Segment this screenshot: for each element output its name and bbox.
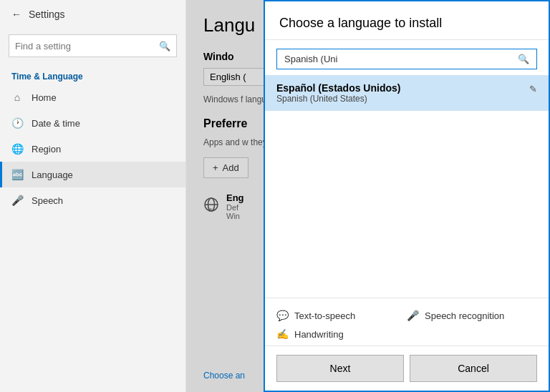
feature-handwriting: ✍ Handwriting (276, 328, 407, 340)
next-button[interactable]: Next (276, 355, 404, 382)
search-result-item[interactable]: ✎ Español (Estados Unidos) Spanish (Unit… (265, 75, 549, 111)
feature-speech-recognition: 🎤 Speech recognition (407, 310, 537, 321)
sidebar-title: Settings (29, 9, 65, 20)
dialog-search-box[interactable]: 🔍 (276, 49, 537, 69)
search-input[interactable] (15, 41, 159, 52)
sidebar-item-date-time-label: Date & time (32, 118, 80, 129)
features-grid: 💬 Text-to-speech 🎤 Speech recognition ✍ … (276, 310, 537, 340)
language-dialog: Choose a language to install 🔍 ✎ Español… (264, 0, 550, 392)
sidebar-item-language[interactable]: 🔤 Language (0, 162, 185, 187)
search-icon: 🔍 (159, 41, 170, 52)
sidebar-item-region[interactable]: 🌐 Region (0, 136, 185, 162)
language-icon: 🔤 (11, 169, 23, 180)
feature-handwriting-label: Handwriting (294, 329, 344, 340)
sidebar-item-home-label: Home (32, 92, 57, 103)
feature-tts-label: Text-to-speech (294, 310, 355, 321)
sidebar-item-date-time[interactable]: 🕐 Date & time (0, 110, 185, 136)
features-section: 💬 Text-to-speech 🎤 Speech recognition ✍ … (265, 298, 549, 346)
dialog-search-row: 🔍 (265, 40, 549, 75)
dialog-search-input[interactable] (284, 54, 518, 64)
microphone-icon: 🎤 (407, 310, 419, 321)
sidebar-item-language-label: Language (32, 170, 73, 180)
dialog-search-icon: 🔍 (518, 54, 529, 64)
clock-icon: 🕐 (11, 117, 23, 129)
dialog-title: Choose a language to install (279, 16, 442, 30)
sidebar-item-region-label: Region (32, 144, 61, 155)
edit-icon: ✎ (529, 84, 537, 94)
cancel-button[interactable]: Cancel (410, 355, 537, 382)
home-icon: ⌂ (11, 92, 23, 103)
speech-icon: 🎤 (11, 195, 23, 206)
search-box[interactable]: 🔍 (9, 34, 177, 57)
nav-section-label: Time & Language (0, 63, 185, 84)
sidebar: ← Settings 🔍 Time & Language ⌂ Home 🕐 Da… (0, 0, 186, 392)
dialog-footer: Next Cancel (265, 346, 549, 391)
sidebar-header: ← Settings (0, 0, 185, 29)
feature-speech-recognition-label: Speech recognition (425, 310, 504, 321)
region-icon: 🌐 (11, 143, 23, 155)
back-button[interactable]: ← (11, 9, 21, 20)
result-language-name: Español (Estados Unidos) (276, 82, 537, 94)
result-language-subname: Spanish (United States) (276, 94, 537, 104)
feature-tts: 💬 Text-to-speech (276, 310, 407, 321)
main-content: Langu Windo Windows f language. Preferre… (186, 0, 550, 392)
handwriting-icon: ✍ (276, 328, 289, 340)
tts-icon: 💬 (276, 310, 289, 321)
sidebar-item-speech[interactable]: 🎤 Speech (0, 187, 185, 213)
sidebar-item-speech-label: Speech (32, 195, 63, 206)
sidebar-item-home[interactable]: ⌂ Home (0, 84, 185, 110)
dialog-body: 🔍 ✎ Español (Estados Unidos) Spanish (Un… (265, 40, 549, 346)
dialog-header: Choose a language to install (265, 1, 549, 40)
